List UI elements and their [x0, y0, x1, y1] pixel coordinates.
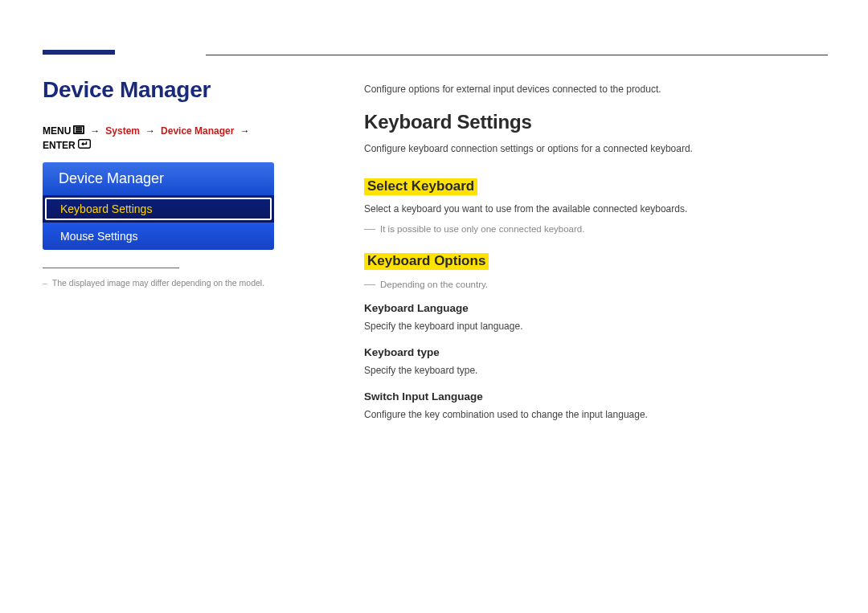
switch-input-language-desc: Configure the key combination used to ch… [364, 407, 829, 422]
osd-item-keyboard-settings[interactable]: Keyboard Settings [43, 195, 274, 223]
heading-switch-input-language: Switch Input Language [364, 390, 829, 403]
select-keyboard-desc: Select a keyboard you want to use from t… [364, 202, 829, 216]
left-footnote: – The displayed image may differ dependi… [43, 278, 276, 288]
breadcrumb-enter-label: ENTER [43, 140, 76, 151]
breadcrumb-arrow: → [142, 125, 158, 137]
left-footnote-text: The displayed image may differ depending… [52, 278, 264, 288]
breadcrumb-menu-label: MENU [43, 125, 71, 137]
breadcrumb: MENU → System → Device Manager → ENTER [43, 125, 276, 151]
select-keyboard-note: It is possible to use only one connected… [364, 224, 829, 234]
osd-item-mouse-settings[interactable]: Mouse Settings [43, 223, 274, 250]
keyboard-language-desc: Specify the keyboard input language. [364, 319, 829, 333]
heading-keyboard-settings: Keyboard Settings [364, 111, 829, 133]
breadcrumb-device-manager: Device Manager [161, 125, 234, 137]
dash-icon [364, 224, 375, 234]
keyboard-options-note-text: Depending on the country. [380, 280, 488, 289]
page-title: Device Manager [43, 77, 276, 103]
breadcrumb-arrow: → [236, 125, 252, 137]
select-keyboard-note-text: It is possible to use only one connected… [380, 224, 584, 234]
breadcrumb-arrow: → [87, 125, 103, 137]
content-column: Configure options for external input dev… [364, 82, 829, 430]
heading-keyboard-type: Keyboard type [364, 346, 829, 358]
intro-text: Configure options for external input dev… [364, 82, 829, 96]
keyboard-type-desc: Specify the keyboard type. [364, 363, 829, 378]
osd-item-label: Mouse Settings [60, 230, 138, 243]
accent-bar [43, 50, 115, 55]
dash-icon: – [43, 278, 47, 288]
heading-select-keyboard: Select Keyboard [364, 178, 477, 195]
footnote-rule [43, 268, 179, 268]
left-column: Device Manager MENU → System → Device Ma… [43, 77, 276, 288]
enter-icon [78, 139, 91, 151]
osd-title: Device Manager [43, 162, 274, 195]
dash-icon [364, 280, 375, 289]
heading-keyboard-language: Keyboard Language [364, 302, 829, 314]
osd-menu: Device Manager Keyboard Settings Mouse S… [43, 162, 274, 250]
heading-keyboard-options: Keyboard Options [364, 253, 489, 270]
breadcrumb-system: System [105, 125, 140, 137]
top-horizontal-rule [206, 55, 828, 55]
osd-item-label: Keyboard Settings [60, 202, 152, 215]
keyboard-settings-desc: Configure keyboard connection settings o… [364, 141, 829, 156]
menu-icon [73, 125, 84, 137]
keyboard-options-note: Depending on the country. [364, 280, 829, 289]
